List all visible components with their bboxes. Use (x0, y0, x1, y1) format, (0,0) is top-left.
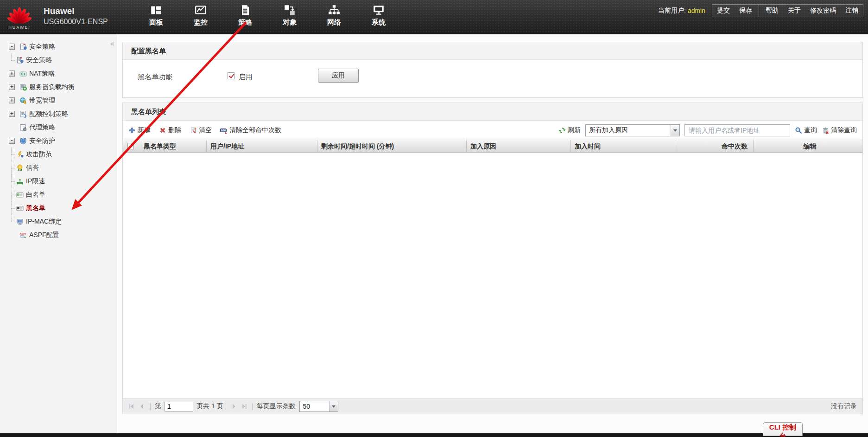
trash-icon (822, 127, 829, 134)
quota-control-icon (19, 110, 27, 118)
sidebar-item-reputation[interactable]: 信誉 (0, 161, 117, 174)
divider (226, 403, 226, 410)
blacklist-config-panel: 配置黑名单 黑名单功能 启用 应用 (122, 42, 863, 98)
shield-icon (19, 137, 27, 145)
sidebar-item-attack-defense[interactable]: 攻击防范 (0, 148, 117, 161)
page-prefix: 第 (155, 402, 161, 411)
attack-defense-icon (16, 151, 24, 158)
add-icon (128, 127, 136, 134)
col-blacklist-type[interactable]: 黑名单类型 (140, 140, 207, 152)
enable-checkbox[interactable] (228, 72, 234, 79)
list-toolbar: 新建 删除 清空 (123, 121, 862, 140)
query-button[interactable]: 查询 (795, 126, 817, 135)
sidebar-item-whitelist[interactable]: 白名单 (0, 188, 117, 201)
sidebar-collapse-button[interactable]: « (110, 40, 114, 47)
expand-toggle[interactable] (9, 71, 15, 77)
col-user-ip[interactable]: 用户/IP地址 (207, 140, 317, 152)
svg-text:000: 000 (221, 129, 226, 132)
refresh-button[interactable]: 刷新 (558, 126, 581, 135)
apply-button[interactable]: 应用 (318, 69, 359, 83)
ip-rate-limit-icon (16, 178, 24, 185)
save-button[interactable]: 保存 (735, 5, 757, 17)
page-input[interactable] (165, 402, 193, 411)
nav-tree: 安全策略 安全策略 NAT策略 (0, 34, 117, 242)
tree-connector (11, 188, 15, 201)
clear-button[interactable]: 清空 (190, 126, 212, 135)
nav-item-dashboard[interactable]: 面板 (141, 4, 171, 27)
sidebar-item-security-policy-child[interactable]: 安全策略 (0, 53, 117, 67)
nav-item-policy[interactable]: 策略 (230, 4, 260, 27)
sidebar-item-bandwidth-management[interactable]: 带宽管理 (0, 94, 117, 107)
logo-wordmark: HUAWEI (8, 25, 31, 30)
bottom-bar (0, 433, 868, 437)
sidebar-item-nat-policy[interactable]: NAT策略 (0, 67, 117, 80)
ip-mac-binding-icon (16, 218, 24, 225)
security-policy-icon (19, 43, 27, 51)
clear-query-button[interactable]: 清除查询 (822, 126, 857, 135)
divider (759, 5, 759, 17)
col-hit-count[interactable]: 命中次数 (675, 140, 754, 152)
sidebar-item-security-policy[interactable]: 安全策略 (0, 40, 117, 53)
col-join-reason[interactable]: 加入原因 (467, 140, 571, 152)
next-page-icon[interactable] (230, 403, 238, 410)
delete-button[interactable]: 删除 (159, 126, 181, 135)
huawei-logo-icon (6, 2, 32, 28)
tree-connector (11, 148, 15, 161)
current-user-name: admin (688, 7, 705, 14)
help-button[interactable]: 帮助 (761, 5, 783, 17)
sidebar-item-ip-mac-binding[interactable]: IP-MAC绑定 (0, 215, 117, 228)
last-page-icon[interactable] (240, 403, 247, 410)
tree-connector (11, 174, 15, 188)
reason-filter-select[interactable]: 所有加入原因 (585, 124, 680, 136)
change-password-button[interactable]: 修改密码 (805, 5, 841, 17)
sidebar-item-security-protection[interactable]: 安全防护 (0, 134, 117, 148)
sidebar-item-aspf-config[interactable]: ASPF ASPF配置 (0, 228, 117, 242)
sidebar-item-blacklist[interactable]: 黑名单 (0, 201, 117, 215)
about-button[interactable]: 关于 (783, 5, 805, 17)
collapse-toggle[interactable] (9, 138, 15, 144)
sidebar-item-quota-control-policy[interactable]: 配额控制策略 (0, 107, 117, 121)
collapse-toggle[interactable] (9, 44, 15, 50)
topbar-actions: 提交 保存 帮助 关于 修改密码 注销 (712, 4, 863, 17)
nav-item-system[interactable]: 系统 (363, 4, 394, 27)
search-input[interactable] (684, 124, 790, 136)
logout-button[interactable]: 注销 (841, 5, 863, 17)
chevron-down-icon[interactable] (329, 401, 338, 411)
whitelist-icon (16, 191, 24, 199)
divider (150, 403, 151, 410)
per-page-select[interactable]: 50 (299, 401, 338, 412)
clear-icon (190, 127, 197, 134)
first-page-icon[interactable] (128, 403, 136, 410)
nav-item-network[interactable]: 网络 (319, 4, 349, 27)
reputation-icon (16, 164, 24, 172)
tree-connector (11, 215, 15, 228)
chevron-down-icon[interactable] (671, 125, 679, 136)
monitor-icon (194, 4, 207, 17)
sidebar-item-proxy-policy[interactable]: 代理策略 (0, 121, 117, 134)
select-all-checkbox[interactable] (127, 143, 134, 149)
expand-toggle[interactable] (9, 84, 15, 90)
prev-page-icon[interactable] (138, 403, 146, 410)
per-page-label: 每页显示条数 (257, 402, 296, 411)
new-button[interactable]: 新建 (128, 126, 151, 135)
cli-console-button[interactable]: CLI 控制台 (763, 422, 803, 436)
brand: HUAWEI Huawei USG6000V1-ENSP (6, 2, 108, 30)
blacklist-icon (16, 205, 24, 212)
sidebar-item-server-load-balance[interactable]: 服务器负载均衡 (0, 80, 117, 94)
dashboard-icon (150, 4, 163, 17)
expand-toggle[interactable] (9, 111, 15, 117)
table-header: 黑名单类型 用户/IP地址 剩余时间/超时时间 (分钟) 加入原因 加入时间 命… (123, 140, 862, 153)
submit-button[interactable]: 提交 (712, 5, 735, 17)
sidebar-item-ip-rate-limit[interactable]: IP限速 (0, 174, 117, 188)
col-remaining-time[interactable]: 剩余时间/超时时间 (分钟) (317, 140, 467, 152)
col-edit[interactable]: 编辑 (754, 140, 862, 152)
col-join-time[interactable]: 加入时间 (571, 140, 675, 152)
nav-item-monitor[interactable]: 监控 (185, 4, 216, 27)
security-policy-icon (16, 57, 24, 64)
list-panel-title: 黑名单列表 (123, 103, 862, 121)
nav-item-objects[interactable]: 对象 (274, 4, 305, 27)
expand-toggle[interactable] (9, 97, 15, 103)
pagination-bar: 第 页共 1 页 每页显示条数 50 没有记录 (123, 398, 862, 414)
clear-all-hits-button[interactable]: 000 清除全部命中次数 (220, 126, 281, 135)
topbar: HUAWEI Huawei USG6000V1-ENSP 面板 监控 (0, 0, 868, 34)
